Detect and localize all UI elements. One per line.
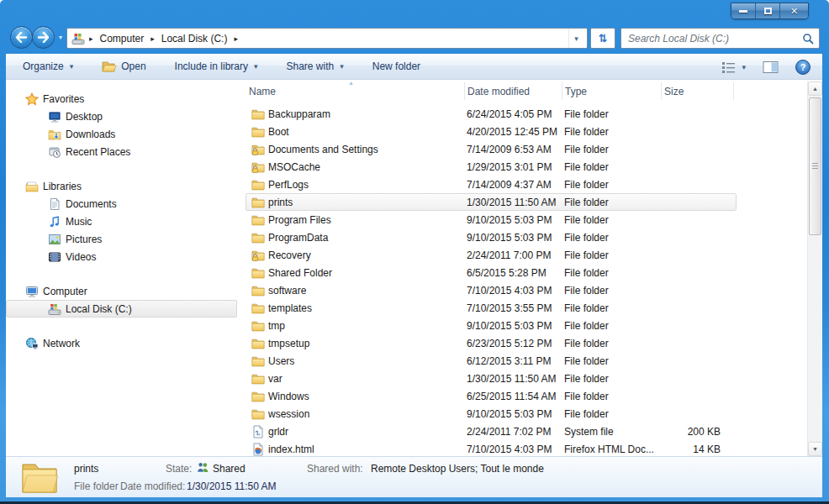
column-divider[interactable]: [661, 82, 662, 100]
address-bar[interactable]: ▸ Computer ▸ Local Disk (C:) ▸ ▾: [66, 28, 588, 49]
details-state-value: Shared: [213, 463, 246, 475]
documents-icon: [47, 197, 61, 211]
breadcrumb-local-disk-c[interactable]: Local Disk (C:): [156, 33, 233, 45]
navigation-pane: Favorites Desktop Downloads Recent Place…: [6, 80, 244, 456]
file-row-shared-folder[interactable]: Shared Folder 6/5/2015 5:28 PM File fold…: [246, 264, 737, 281]
details-file-name: prints: [74, 463, 98, 475]
minimize-icon: [739, 10, 747, 13]
search-icon[interactable]: [802, 33, 814, 45]
preview-pane-icon: [763, 60, 779, 74]
file-row-software[interactable]: software 7/10/2015 4:03 PM File folder: [246, 281, 737, 299]
file-row-perflogs[interactable]: PerfLogs 7/14/2009 4:37 AM File folder: [246, 176, 737, 193]
sidebar-item-desktop[interactable]: Desktop: [6, 108, 237, 125]
share-with-button[interactable]: Share with ▾: [287, 60, 344, 72]
dropdown-caret-icon: ▾: [340, 62, 344, 71]
folder-icon: [246, 266, 265, 280]
file-row-msocache[interactable]: MSOCache 1/29/2015 3:01 PM File folder: [246, 158, 737, 176]
file-row-program-files[interactable]: Program Files 9/10/2015 5:03 PM File fol…: [246, 211, 737, 228]
file-row-documents-and-settings[interactable]: Documents and Settings 7/14/2009 6:53 AM…: [246, 140, 737, 158]
scroll-down-button[interactable]: ▼: [808, 442, 822, 456]
folder-icon: [246, 319, 265, 333]
file-row-boot[interactable]: Boot 4/20/2015 12:45 PM File folder: [246, 123, 737, 140]
column-header-name[interactable]: Name: [249, 86, 276, 97]
back-button[interactable]: [10, 26, 33, 49]
file-row-programdata[interactable]: ProgramData 9/10/2015 5:03 PM File folde…: [246, 228, 737, 246]
window-controls: ✕: [731, 3, 809, 19]
file-row-index-html[interactable]: index.html 7/10/2015 4:03 PM Firefox HTM…: [246, 440, 737, 456]
file-row-var[interactable]: var 1/30/2015 11:50 AM File folder: [246, 370, 737, 387]
file-row-wsession[interactable]: wsession 9/10/2015 5:03 PM File folder: [246, 405, 737, 423]
column-header-size[interactable]: Size: [664, 86, 684, 97]
refresh-icon: ⇄: [597, 34, 610, 43]
minimize-button[interactable]: [731, 3, 756, 18]
breadcrumb-arrow-icon: ▸: [150, 34, 155, 43]
organize-label: Organize: [23, 60, 64, 72]
file-row-tmpsetup[interactable]: tmpsetup 6/23/2015 5:12 PM File folder: [246, 334, 737, 352]
system-file-icon: [246, 425, 265, 438]
folder-icon: [246, 407, 265, 421]
sidebar-section: Libraries Documents Music Pictures Video…: [6, 177, 244, 265]
change-view-button[interactable]: ▾: [721, 61, 746, 73]
forward-button[interactable]: [32, 26, 55, 49]
computer-icon: [24, 285, 39, 298]
command-toolbar: Organize ▾ Open Include in library ▾ Sha…: [6, 54, 822, 80]
forward-arrow-icon: [37, 32, 50, 43]
file-list: ▲ Name Date modified Type Size Backuppar…: [244, 80, 807, 456]
maximize-button[interactable]: [756, 3, 780, 18]
column-headers: ▲ Name Date modified Type Size: [244, 80, 807, 102]
folder-icon: [246, 213, 265, 227]
sidebar-item-local-disk-c[interactable]: Local Disk (C:): [6, 300, 237, 318]
sidebar-section-computer[interactable]: Computer: [6, 282, 237, 300]
file-row-grldr[interactable]: grldr 2/24/2011 7:02 PM System file 200 …: [246, 423, 737, 440]
downloads-icon: [47, 128, 61, 141]
dropdown-caret-icon: ▾: [70, 62, 74, 71]
open-button[interactable]: Open: [102, 60, 145, 73]
search-input[interactable]: [626, 32, 802, 45]
column-divider[interactable]: [733, 82, 734, 100]
scroll-up-button[interactable]: ▲: [808, 81, 822, 96]
navigation-band: ▾ ▸ Computer ▸ Local Disk (C:) ▸ ▾: [6, 24, 822, 54]
column-divider[interactable]: [562, 82, 562, 100]
sidebar-section-network[interactable]: Network: [6, 334, 237, 352]
refresh-button[interactable]: ⇄: [590, 28, 615, 49]
include-in-library-button[interactable]: Include in library ▾: [175, 60, 258, 72]
main-area: Favorites Desktop Downloads Recent Place…: [6, 80, 822, 456]
sidebar-item-music[interactable]: Music: [6, 213, 237, 230]
help-button[interactable]: ?: [795, 60, 811, 75]
file-row-templates[interactable]: templates 7/10/2015 3:55 PM File folder: [246, 299, 737, 317]
sidebar-section: Network: [6, 334, 244, 352]
sidebar-item-pictures[interactable]: Pictures: [6, 230, 237, 248]
folder-icon: [246, 354, 265, 368]
window-body: Organize ▾ Open Include in library ▾ Sha…: [6, 54, 822, 497]
vertical-scrollbar[interactable]: ▲ ▼: [807, 81, 822, 456]
column-header-date-modified[interactable]: Date modified: [467, 86, 530, 97]
breadcrumb: ▸ Computer ▸ Local Disk (C:) ▸: [89, 33, 568, 45]
file-row-windows[interactable]: Windows 6/25/2015 11:54 AM File folder: [246, 387, 737, 405]
preview-pane-button[interactable]: [763, 60, 779, 74]
breadcrumb-computer[interactable]: Computer: [95, 33, 150, 45]
file-row-backupparam[interactable]: Backupparam 6/24/2015 4:05 PM File folde…: [246, 105, 737, 123]
new-folder-button[interactable]: New folder: [372, 60, 420, 72]
close-button[interactable]: ✕: [780, 3, 808, 18]
file-row-tmp[interactable]: tmp 9/10/2015 5:03 PM File folder: [246, 317, 737, 334]
history-caret-icon[interactable]: ▾: [59, 34, 62, 41]
file-row-users[interactable]: Users 6/12/2015 3:11 PM File folder: [246, 352, 737, 370]
file-row-prints[interactable]: prints 1/30/2015 11:50 AM File folder: [246, 193, 737, 211]
folder-lock-icon: [246, 160, 265, 174]
sidebar-item-videos[interactable]: Videos: [6, 248, 237, 265]
column-header-type[interactable]: Type: [565, 86, 587, 97]
sidebar-item-documents[interactable]: Documents: [6, 195, 237, 213]
folder-icon: [246, 372, 265, 386]
organize-button[interactable]: Organize ▾: [23, 60, 73, 72]
folder-icon: [246, 302, 265, 315]
sidebar-section-favorites[interactable]: Favorites: [6, 90, 237, 108]
details-file-type: File folder: [74, 480, 119, 492]
file-row-recovery[interactable]: Recovery 2/24/2011 7:00 PM File folder: [246, 246, 737, 264]
html-file-icon: [246, 443, 265, 456]
sidebar-item-recent-places[interactable]: Recent Places: [6, 143, 237, 160]
column-divider[interactable]: [464, 82, 465, 100]
sidebar-item-downloads[interactable]: Downloads: [6, 125, 237, 143]
scrollbar-thumb[interactable]: [809, 97, 821, 235]
address-dropdown-caret-icon[interactable]: ▾: [568, 29, 583, 48]
sidebar-section-libraries[interactable]: Libraries: [6, 177, 237, 195]
